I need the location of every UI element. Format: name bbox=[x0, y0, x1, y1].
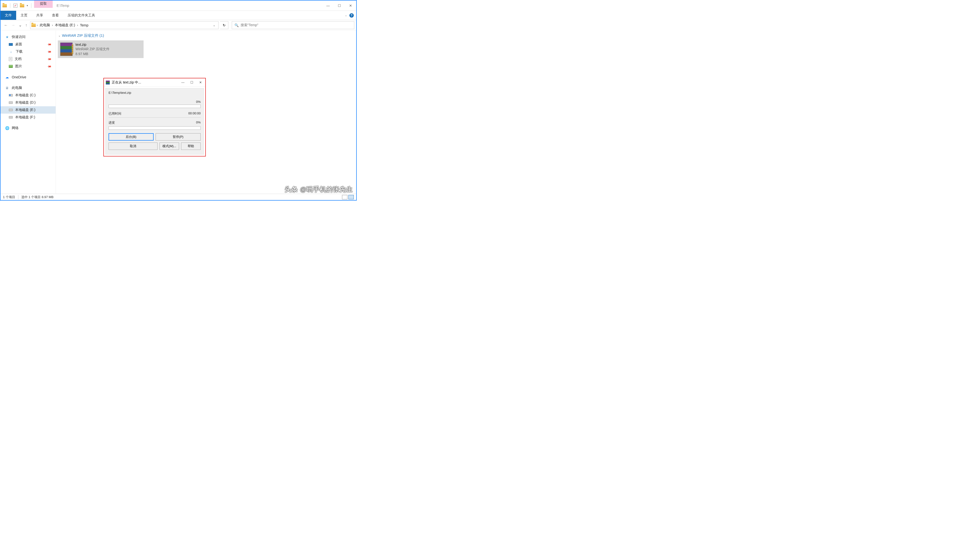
tab-share[interactable]: 共享 bbox=[32, 11, 48, 20]
close-button[interactable]: ✕ bbox=[345, 2, 356, 9]
chevron-right-icon[interactable]: › bbox=[52, 24, 53, 27]
tab-home[interactable]: 主页 bbox=[16, 11, 32, 20]
sidebar-label: 文档 bbox=[15, 57, 22, 61]
dialog-close-button[interactable]: ✕ bbox=[199, 81, 202, 84]
divider bbox=[108, 117, 200, 118]
titlebar: ✓ ▾ 提取 E:\Temp — ☐ ✕ bbox=[0, 0, 356, 11]
tab-view[interactable]: 查看 bbox=[48, 11, 63, 20]
cancel-button[interactable]: 取消 bbox=[108, 143, 158, 150]
window-title: E:\Temp bbox=[52, 0, 323, 11]
search-placeholder: 搜索"Temp" bbox=[240, 23, 258, 27]
file-list-pane: ⌄ WinRAR ZIP 压缩文件 (1) text.zip WinRAR ZI… bbox=[56, 30, 356, 194]
status-bar: 1 个项目 选中 1 个项目 8.97 MB bbox=[0, 194, 356, 200]
dialog-titlebar[interactable]: 正在从 text.zip 中... — ☐ ✕ bbox=[104, 78, 205, 87]
dialog-title-text: 正在从 text.zip 中... bbox=[112, 80, 141, 85]
status-selection: 选中 1 个项目 8.97 MB bbox=[18, 195, 53, 199]
onedrive-icon: ☁ bbox=[5, 75, 9, 79]
minimize-button[interactable]: — bbox=[323, 2, 334, 9]
qat-dropdown-icon[interactable]: ▾ bbox=[27, 4, 28, 7]
progress-bar-1 bbox=[108, 105, 200, 108]
divider bbox=[10, 3, 10, 8]
drive-icon bbox=[9, 109, 13, 111]
file-item[interactable]: text.zip WinRAR ZIP 压缩文件 8.97 MB bbox=[58, 40, 143, 58]
sidebar-documents[interactable]: 文档📌 bbox=[0, 56, 56, 63]
drive-icon bbox=[9, 116, 13, 119]
new-folder-icon[interactable] bbox=[20, 4, 24, 7]
desktop-icon bbox=[9, 43, 13, 46]
pin-icon: 📌 bbox=[47, 64, 52, 69]
sidebar-label: 本地磁盘 (F:) bbox=[15, 115, 35, 119]
pin-icon: 📌 bbox=[47, 42, 52, 47]
sidebar-desktop[interactable]: 桌面📌 bbox=[0, 41, 56, 48]
star-icon: ★ bbox=[5, 35, 9, 39]
elapsed-time-value: 00:00:00 bbox=[188, 111, 200, 116]
sidebar-label: 本地磁盘 (C:) bbox=[15, 93, 35, 97]
maximize-button[interactable]: ☐ bbox=[334, 2, 345, 9]
ribbon-collapse-icon[interactable]: ⌄ bbox=[345, 14, 347, 17]
dialog-maximize-button[interactable]: ☐ bbox=[190, 81, 193, 84]
sidebar-label: 下载 bbox=[16, 49, 22, 54]
location-folder-icon bbox=[31, 24, 36, 27]
navigation-bar: ← → ⌄ ↑ › 此电脑 › 本地磁盘 (E:) › Temp ⌄ ↻ 🔍 搜… bbox=[0, 20, 356, 30]
quick-access-toolbar: ✓ ▾ bbox=[0, 0, 34, 11]
sidebar-pictures[interactable]: 图片📌 bbox=[0, 63, 56, 70]
up-button[interactable]: ↑ bbox=[25, 23, 27, 27]
sidebar-this-pc[interactable]: 🖥此电脑 bbox=[0, 84, 56, 92]
sidebar-quick-access[interactable]: ★快速访问 bbox=[0, 33, 56, 41]
breadcrumb-item[interactable]: Temp bbox=[79, 23, 89, 27]
folder-icon[interactable] bbox=[2, 4, 7, 7]
help-button[interactable]: 帮助 bbox=[181, 143, 200, 150]
history-dropdown-icon[interactable]: ⌄ bbox=[19, 23, 22, 27]
network-icon: 🌐 bbox=[5, 126, 9, 130]
document-icon bbox=[9, 57, 12, 61]
refresh-button[interactable]: ↻ bbox=[220, 21, 228, 29]
sidebar-label: 网络 bbox=[12, 126, 19, 130]
large-icons-view-button[interactable] bbox=[348, 195, 354, 199]
tab-compressed-folder-tools[interactable]: 压缩的文件夹工具 bbox=[63, 11, 99, 20]
sidebar-label: 此电脑 bbox=[12, 86, 22, 90]
pause-button[interactable]: 暂停(P) bbox=[156, 133, 200, 141]
properties-icon[interactable]: ✓ bbox=[13, 4, 18, 8]
back-button[interactable]: ← bbox=[4, 23, 8, 27]
help-icon[interactable]: ? bbox=[349, 13, 354, 17]
sidebar-label: 本地磁盘 (E:) bbox=[15, 108, 35, 112]
ribbon-tabs: 文件 主页 共享 查看 压缩的文件夹工具 ⌄ ? bbox=[0, 11, 356, 20]
forward-button[interactable]: → bbox=[11, 23, 15, 27]
navigation-pane: ★快速访问 桌面📌 ↓下载📌 文档📌 图片📌 ☁OneDrive 🖥此电脑 本地… bbox=[0, 30, 56, 194]
pc-icon: 🖥 bbox=[5, 86, 9, 90]
sidebar-drive-f[interactable]: 本地磁盘 (F:) bbox=[0, 114, 56, 121]
breadcrumb-item[interactable]: 此电脑 bbox=[39, 23, 51, 27]
chevron-right-icon[interactable]: › bbox=[77, 24, 78, 27]
chevron-down-icon: ⌄ bbox=[58, 34, 60, 37]
chevron-right-icon[interactable]: › bbox=[37, 24, 38, 27]
search-input[interactable]: 🔍 搜索"Temp" bbox=[232, 21, 354, 29]
file-size: 8.97 MB bbox=[75, 52, 110, 56]
breadcrumb-item[interactable]: 本地磁盘 (E:) bbox=[54, 23, 76, 27]
group-header[interactable]: ⌄ WinRAR ZIP 压缩文件 (1) bbox=[58, 32, 356, 40]
sidebar-drive-d[interactable]: 本地磁盘 (D:) bbox=[0, 99, 56, 106]
pictures-icon bbox=[9, 65, 13, 68]
tab-file[interactable]: 文件 bbox=[0, 11, 16, 20]
drive-icon bbox=[9, 94, 13, 97]
background-button[interactable]: 后台(B) bbox=[108, 133, 154, 141]
pin-icon: 📌 bbox=[47, 49, 52, 54]
breadcrumb[interactable]: › 此电脑 › 本地磁盘 (E:) › Temp ⌄ bbox=[30, 21, 218, 29]
details-view-button[interactable] bbox=[342, 195, 347, 199]
progress-percent-1: 0% bbox=[196, 100, 200, 103]
dialog-minimize-button[interactable]: — bbox=[181, 81, 185, 84]
mode-button[interactable]: 模式(M)... bbox=[159, 143, 179, 150]
sidebar-downloads[interactable]: ↓下载📌 bbox=[0, 48, 56, 56]
progress-percent-2: 0% bbox=[196, 121, 200, 125]
winrar-extract-dialog: 正在从 text.zip 中... — ☐ ✕ E:\Temp\text.zip… bbox=[103, 78, 206, 157]
sidebar-network[interactable]: 🌐网络 bbox=[0, 124, 56, 132]
sidebar-onedrive[interactable]: ☁OneDrive bbox=[0, 73, 56, 81]
sidebar-drive-c[interactable]: 本地磁盘 (C:) bbox=[0, 92, 56, 99]
breadcrumb-dropdown-icon[interactable]: ⌄ bbox=[211, 24, 217, 27]
status-item-count: 1 个项目 bbox=[3, 195, 15, 199]
sidebar-label: 快速访问 bbox=[12, 35, 25, 39]
sidebar-drive-e[interactable]: 本地磁盘 (E:) bbox=[0, 106, 56, 114]
view-toggles bbox=[342, 195, 354, 199]
winrar-icon bbox=[106, 81, 110, 84]
nav-arrows: ← → ⌄ ↑ bbox=[2, 23, 29, 27]
sidebar-label: 本地磁盘 (D:) bbox=[15, 100, 35, 105]
